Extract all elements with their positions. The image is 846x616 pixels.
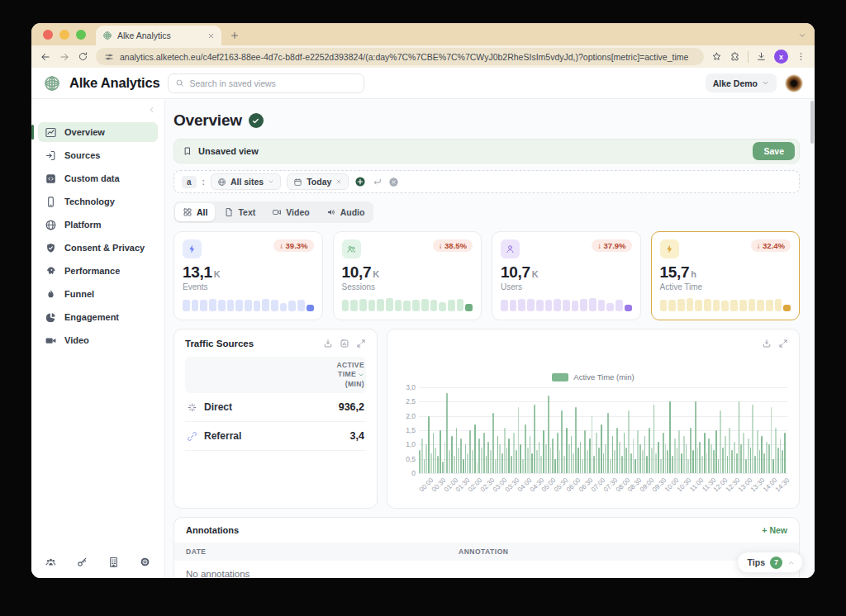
stat-card-users[interactable]: ↓ 37.9%10,7KUsers bbox=[492, 231, 641, 320]
spark-bar bbox=[350, 300, 358, 311]
app-logo-icon[interactable] bbox=[43, 74, 61, 92]
site-info-icon[interactable] bbox=[104, 52, 114, 62]
spark-bar bbox=[465, 304, 473, 311]
traffic-row-referral[interactable]: Referral3,4 bbox=[185, 422, 366, 451]
code-icon bbox=[45, 173, 57, 185]
user-avatar[interactable] bbox=[785, 74, 803, 92]
chart-bar bbox=[754, 456, 756, 473]
export-icon[interactable] bbox=[323, 339, 333, 348]
sidebar-item-technology[interactable]: Technology bbox=[38, 192, 158, 211]
search-icon bbox=[175, 78, 184, 88]
chart-bar bbox=[644, 436, 646, 473]
chart-bar bbox=[777, 448, 779, 473]
spark-bar bbox=[766, 300, 773, 311]
address-bar[interactable]: analytics.alketech.eu/c4ef2163-88ee-4d7c… bbox=[96, 48, 704, 65]
chart-bar bbox=[665, 444, 667, 473]
downloads-icon[interactable] bbox=[756, 51, 767, 62]
window-controls[interactable] bbox=[31, 30, 96, 45]
chart-bar bbox=[677, 448, 678, 473]
chart-bar bbox=[573, 453, 574, 473]
stat-card-sessions[interactable]: ↓ 38.5%10,7KSessions bbox=[333, 231, 482, 320]
traffic-table-header[interactable]: ACTIVE TIME (MIN) bbox=[185, 357, 366, 393]
date-filter-chip[interactable]: Today bbox=[287, 173, 349, 190]
chart-bar bbox=[674, 438, 676, 473]
browser-menu-icon[interactable] bbox=[796, 51, 806, 62]
filter-key-chip[interactable]: a bbox=[182, 176, 197, 188]
tab-video[interactable]: Video bbox=[264, 203, 316, 221]
team-icon[interactable] bbox=[45, 556, 57, 568]
account-switcher[interactable]: Alke Demo bbox=[706, 73, 777, 92]
chart-legend[interactable]: Active Time (min) bbox=[387, 372, 799, 381]
chart-bar bbox=[518, 407, 520, 473]
chart-bar bbox=[633, 438, 634, 473]
sidebar-item-video[interactable]: Video bbox=[38, 330, 158, 350]
clear-filters-button[interactable] bbox=[388, 177, 399, 187]
sidebar-item-sources[interactable]: Sources bbox=[38, 145, 158, 165]
site-filter-chip[interactable]: All sites bbox=[211, 173, 281, 190]
close-window-button[interactable] bbox=[43, 30, 53, 40]
traffic-source-value: 3,4 bbox=[350, 430, 364, 442]
tab-audio[interactable]: Audio bbox=[319, 203, 373, 221]
sidebar-item-custom-data[interactable]: Custom data bbox=[38, 168, 158, 188]
new-tab-button[interactable] bbox=[230, 31, 240, 40]
traffic-row-direct[interactable]: Direct936,2 bbox=[185, 393, 366, 422]
sidebar-collapse-button[interactable] bbox=[148, 106, 156, 114]
forward-button[interactable] bbox=[59, 51, 70, 63]
tab-all[interactable]: All bbox=[175, 203, 215, 221]
sidebar-item-funnel[interactable]: Funnel bbox=[38, 284, 158, 304]
bar-chart[interactable]: 3,02,52,01,51,00,50 bbox=[419, 387, 787, 473]
bookmark-star-icon[interactable] bbox=[711, 51, 722, 62]
sidebar-item-platform[interactable]: Platform bbox=[38, 215, 158, 235]
expand-icon[interactable] bbox=[778, 339, 788, 348]
chart-bar bbox=[621, 456, 623, 473]
tab-search-icon[interactable] bbox=[798, 31, 806, 40]
key-icon[interactable] bbox=[76, 556, 88, 568]
save-button[interactable]: Save bbox=[753, 142, 795, 160]
saved-views-search[interactable] bbox=[168, 73, 364, 93]
filter-bar[interactable]: a : All sites Today bbox=[173, 170, 800, 193]
sidebar-item-consent-privacy[interactable]: Consent & Privacy bbox=[38, 238, 158, 258]
tab-label: All bbox=[197, 207, 207, 217]
minimize-window-button[interactable] bbox=[59, 30, 69, 40]
chart-bar bbox=[437, 456, 439, 473]
expand-icon[interactable] bbox=[356, 339, 366, 348]
browser-profile-avatar[interactable]: x bbox=[774, 50, 788, 64]
export-icon[interactable] bbox=[762, 339, 772, 348]
sidebar-item-label: Funnel bbox=[64, 289, 94, 299]
chart-bar bbox=[449, 450, 450, 473]
back-button[interactable] bbox=[40, 51, 51, 63]
add-filter-button[interactable] bbox=[354, 176, 366, 187]
sidebar-item-overview[interactable]: Overview bbox=[38, 122, 158, 142]
chart-bar bbox=[683, 436, 685, 473]
apply-filter-icon[interactable] bbox=[372, 177, 383, 187]
maximize-window-button[interactable] bbox=[76, 30, 86, 40]
chart-bar bbox=[763, 453, 765, 473]
organization-icon[interactable] bbox=[107, 556, 120, 568]
scrollbar[interactable] bbox=[810, 101, 814, 144]
tab-favicon bbox=[102, 31, 112, 40]
app-name: Alke Analytics bbox=[69, 75, 159, 91]
change-badge: ↓ 37.9% bbox=[592, 239, 631, 252]
browser-tab[interactable]: Alke Analytics bbox=[96, 26, 221, 45]
sidebar-item-performance[interactable]: Performance bbox=[38, 261, 158, 281]
stat-card-events[interactable]: ↓ 39.3%13,1KEvents bbox=[173, 231, 323, 320]
stat-sparkline bbox=[501, 298, 632, 311]
settings-icon[interactable] bbox=[139, 556, 151, 568]
column-header-annotation: ANNOTATION bbox=[459, 547, 787, 556]
tips-widget[interactable]: Tips 7 bbox=[737, 552, 803, 573]
new-annotation-button[interactable]: + New bbox=[762, 525, 787, 535]
chart-bar bbox=[531, 453, 533, 473]
stat-card-active-time[interactable]: ↓ 32.4%15,7hActive Time bbox=[651, 231, 801, 320]
chart-view-icon[interactable] bbox=[340, 339, 349, 348]
remove-filter-icon[interactable] bbox=[335, 178, 342, 185]
search-input[interactable] bbox=[189, 78, 357, 88]
tab-close-icon[interactable] bbox=[207, 32, 215, 40]
extensions-icon[interactable] bbox=[730, 51, 740, 62]
stat-unit: K bbox=[373, 269, 379, 279]
sidebar-item-engagement[interactable]: Engagement bbox=[38, 307, 158, 327]
chart-bar bbox=[750, 448, 752, 473]
tab-text[interactable]: Text bbox=[216, 203, 263, 221]
reload-button[interactable] bbox=[78, 51, 88, 62]
spark-bar bbox=[457, 299, 464, 311]
chart-bar bbox=[419, 450, 421, 473]
